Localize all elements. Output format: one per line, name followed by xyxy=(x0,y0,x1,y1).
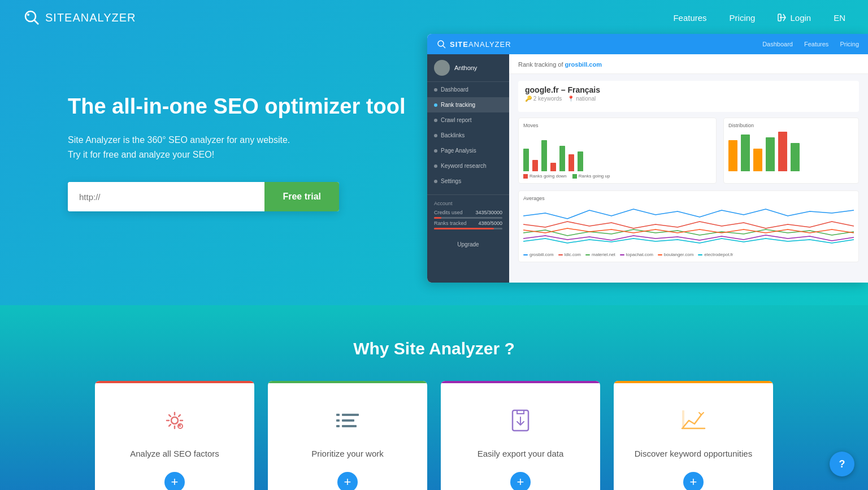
list-icon xyxy=(332,405,363,436)
ss-moves-chart: Moves Ranks going do xyxy=(518,118,717,184)
card-export: Easily export your data + xyxy=(441,381,600,490)
navbar: SITEANALYZER Features Pricing Login EN xyxy=(0,0,868,35)
card-icon-export xyxy=(504,404,537,437)
chart-icon xyxy=(678,405,709,436)
card-plus-export[interactable]: + xyxy=(510,472,531,490)
hero-content: The all-in-one SEO optimizer tool Site A… xyxy=(0,37,478,235)
app-screenshot: SITEANALYZER Dashboard Features Pricing … xyxy=(427,34,868,283)
ss-credits-row: Credits used 3435/30000 xyxy=(434,210,502,215)
hero-subtitle: Site Analyzer is the 360° SEO analyzer f… xyxy=(68,133,478,162)
hero-title: The all-in-one SEO optimizer tool xyxy=(68,94,478,120)
logo-icon xyxy=(23,8,41,27)
ss-logo-text: SITEANALYZER xyxy=(450,40,511,49)
ss-menu-rank[interactable]: Rank tracking xyxy=(427,97,509,112)
ss-header-title: Rank tracking of grosbill.com xyxy=(518,61,602,68)
card-plus-keywords[interactable]: + xyxy=(683,472,704,490)
ss-credits-fill xyxy=(434,217,441,219)
ss-menu-dashboard[interactable]: Dashboard xyxy=(427,82,509,97)
svg-point-2 xyxy=(27,14,29,16)
ss-menu-page[interactable]: Page Analysis xyxy=(427,143,509,158)
ss-dot xyxy=(434,119,437,122)
ss-section-title: google.fr – Français xyxy=(525,85,852,94)
free-trial-button[interactable]: Free trial xyxy=(264,182,339,211)
nav-lang[interactable]: EN xyxy=(834,13,845,23)
brand-analyzer: ANALYZER xyxy=(72,11,136,24)
cards-row: Analyze all SEO factors + Prioritize you… xyxy=(95,381,773,490)
ss-dot xyxy=(434,134,437,137)
ss-tb-dashboard: Dashboard xyxy=(762,41,793,47)
ss-tb-features: Features xyxy=(804,41,828,47)
ss-menu-backlinks[interactable]: Backlinks xyxy=(427,128,509,143)
ss-content: google.fr – Français 🔑 2 keywords 📍 nati… xyxy=(509,74,868,269)
ss-logo-icon xyxy=(436,39,446,49)
brand-site: SITE xyxy=(45,11,72,24)
card-label-prioritize: Prioritize your work xyxy=(311,449,384,458)
ss-upgrade[interactable]: Upgrade xyxy=(427,237,509,252)
ss-dot xyxy=(434,103,437,107)
navbar-brand-text: SITEANALYZER xyxy=(45,11,136,24)
card-plus-analyze[interactable]: + xyxy=(164,472,185,490)
svg-rect-10 xyxy=(336,419,340,422)
ss-dot xyxy=(434,164,437,168)
hero-section: The all-in-one SEO optimizer tool Site A… xyxy=(0,0,868,305)
ss-menu-settings[interactable]: Settings xyxy=(427,174,509,189)
nav-pricing[interactable]: Pricing xyxy=(730,13,756,23)
card-icon-chart xyxy=(676,404,710,437)
why-title: Why Site Analyzer ? xyxy=(23,339,845,358)
card-plus-prioritize[interactable]: + xyxy=(337,472,358,490)
navbar-links: Features Pricing Login EN xyxy=(673,13,845,23)
ss-sidebar: Anthony Dashboard Rank tracking Crawl re… xyxy=(427,54,509,283)
navbar-logo[interactable]: SITEANALYZER xyxy=(23,8,136,27)
ss-logo: SITEANALYZER xyxy=(436,39,511,49)
card-label-export: Easily export your data xyxy=(478,449,564,458)
login-icon xyxy=(778,13,787,22)
ss-avatar xyxy=(434,60,450,76)
card-icon-list xyxy=(331,404,364,437)
ss-bar-legend: Ranks going down Ranks going up xyxy=(523,174,711,179)
ss-credits-progress xyxy=(434,217,502,219)
card-label-analyze: Analyze all SEO factors xyxy=(130,449,219,458)
ss-body: Anthony Dashboard Rank tracking Crawl re… xyxy=(427,54,868,283)
nav-features[interactable]: Features xyxy=(673,13,706,23)
ss-account-title: Account xyxy=(434,201,502,206)
svg-line-5 xyxy=(443,46,445,48)
card-prioritize: Prioritize your work + xyxy=(268,381,427,490)
ss-line-chart xyxy=(523,205,854,250)
svg-point-4 xyxy=(438,41,444,46)
svg-line-1 xyxy=(34,20,38,24)
ss-profile-name: Anthony xyxy=(454,64,477,71)
svg-rect-3 xyxy=(778,14,781,21)
card-keywords: Discover keyword opportunities + xyxy=(614,381,773,490)
ss-profile: Anthony xyxy=(427,54,509,82)
ss-charts-row: Moves Ranks going do xyxy=(518,118,859,184)
ss-ranks-row: Ranks tracked 4380/5000 xyxy=(434,220,502,226)
ss-tb-pricing: Pricing xyxy=(840,41,859,47)
ss-section-sub: 🔑 2 keywords 📍 national xyxy=(525,96,852,102)
login-label: Login xyxy=(790,13,811,23)
card-icon-gear xyxy=(158,404,192,437)
export-icon xyxy=(505,405,536,436)
card-analyze-seo: Analyze all SEO factors + xyxy=(95,381,254,490)
ss-dot xyxy=(434,88,437,92)
ss-topbar-links: Dashboard Features Pricing xyxy=(762,41,859,47)
svg-rect-8 xyxy=(336,414,340,416)
nav-login[interactable]: Login xyxy=(778,13,811,23)
ss-account: Account Credits used 3435/30000 Ranks tr… xyxy=(427,194,509,237)
card-label-keywords: Discover keyword opportunities xyxy=(635,449,752,458)
ss-section-header: google.fr – Français 🔑 2 keywords 📍 nati… xyxy=(518,81,859,112)
ss-ranks-progress xyxy=(434,228,502,229)
ss-line-legend: grosbill.com ldlc.com materiel.net topac… xyxy=(523,252,854,257)
ss-topbar: SITEANALYZER Dashboard Features Pricing xyxy=(427,34,868,54)
svg-rect-12 xyxy=(336,425,340,427)
ss-main-header: Rank tracking of grosbill.com xyxy=(509,54,868,74)
ss-menu-keyword[interactable]: Keyword research xyxy=(427,158,509,174)
help-button[interactable]: ? xyxy=(830,452,854,476)
ss-dot xyxy=(434,180,437,183)
svg-rect-15 xyxy=(682,410,684,428)
ss-menu-crawl[interactable]: Crawl report xyxy=(427,112,509,128)
url-input[interactable] xyxy=(68,182,264,211)
gear-icon xyxy=(159,405,190,436)
svg-point-6 xyxy=(171,417,178,424)
ss-main: Rank tracking of grosbill.com google.fr … xyxy=(509,54,868,283)
ss-dist-chart: Distribution xyxy=(723,118,859,184)
